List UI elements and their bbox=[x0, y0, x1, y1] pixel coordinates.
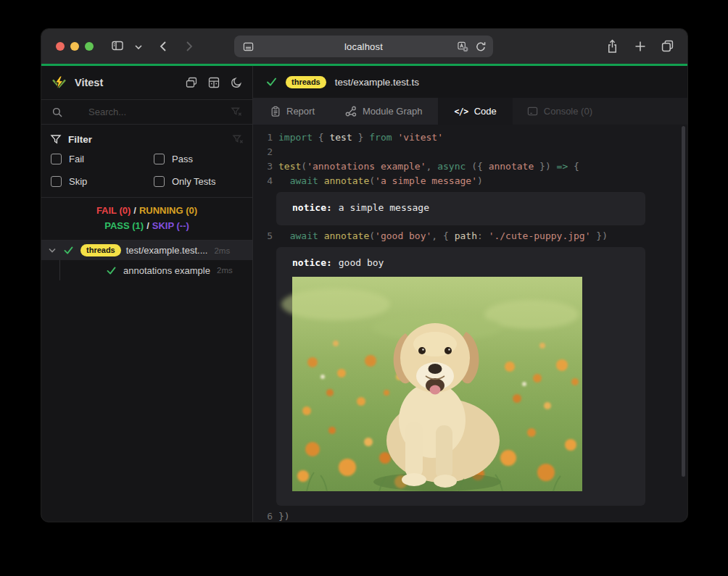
sidebar-toggle-icon[interactable] bbox=[111, 40, 124, 51]
code-token: ( bbox=[369, 229, 375, 243]
tab-console[interactable]: Console (0) bbox=[513, 98, 608, 125]
code-token bbox=[278, 229, 290, 243]
clear-filter-icon[interactable] bbox=[231, 107, 241, 117]
dark-mode-moon-icon[interactable] bbox=[231, 77, 242, 88]
code-token: test bbox=[278, 159, 301, 174]
scrollbar-thumb[interactable] bbox=[682, 126, 685, 477]
test-case-duration: 2ms bbox=[217, 266, 233, 275]
search-bar[interactable]: Search... bbox=[41, 100, 252, 125]
code-token: await bbox=[290, 229, 318, 243]
code-line: 6}) bbox=[253, 509, 687, 522]
app-title: Vitest bbox=[75, 77, 103, 88]
code-token bbox=[392, 130, 398, 145]
check-icon bbox=[64, 246, 73, 254]
fail-count: FAIL (0) bbox=[96, 205, 131, 216]
translate-icon[interactable] bbox=[458, 41, 468, 52]
only-tests-checkbox[interactable] bbox=[154, 176, 165, 187]
code-content: 1import { test } from 'vitest'23test('an… bbox=[253, 130, 687, 522]
reload-icon[interactable] bbox=[476, 41, 486, 52]
test-case-name: annotations example bbox=[123, 265, 210, 276]
code-token: './cute-puppy.jpg' bbox=[489, 229, 591, 243]
sidebar: Vitest bbox=[41, 66, 253, 522]
line-number: 6 bbox=[253, 509, 273, 522]
new-tab-icon[interactable] bbox=[634, 41, 646, 52]
code-token: }) bbox=[591, 229, 608, 243]
code-token: => bbox=[557, 159, 568, 174]
tab-report[interactable]: Report bbox=[253, 98, 329, 125]
sidebar-header: Vitest bbox=[41, 66, 252, 100]
filter-option-skip[interactable]: Skip bbox=[51, 172, 154, 190]
address-bar[interactable]: localhost bbox=[234, 36, 493, 57]
fail-checkbox[interactable] bbox=[51, 154, 62, 164]
puppy-image bbox=[292, 277, 582, 491]
code-token: : bbox=[477, 229, 489, 243]
annotation-message: good boy bbox=[339, 257, 384, 268]
code-token: 'good boy' bbox=[375, 229, 431, 243]
code-token: , bbox=[426, 159, 438, 174]
code-token: }) bbox=[278, 509, 290, 522]
code-token: 'vitest' bbox=[397, 130, 443, 145]
dashboard-icon[interactable] bbox=[208, 77, 220, 88]
code-token: ( bbox=[301, 159, 307, 174]
line-number: 3 bbox=[253, 159, 273, 174]
code-token: { bbox=[568, 159, 579, 174]
code-token bbox=[278, 174, 290, 188]
code-token bbox=[318, 174, 324, 188]
tab-module-graph[interactable]: Module Graph bbox=[329, 98, 438, 125]
code-line: 2 bbox=[253, 145, 687, 159]
code-token: import bbox=[278, 130, 313, 145]
tab-code[interactable]: </> Code bbox=[438, 98, 512, 125]
file-header: threads test/example.test.ts bbox=[253, 66, 687, 98]
line-number: 2 bbox=[253, 145, 273, 159]
filter-funnel-icon bbox=[51, 135, 61, 144]
pass-checkbox[interactable] bbox=[154, 154, 165, 164]
url-text: localhost bbox=[234, 41, 493, 52]
code-token: annotate bbox=[324, 229, 370, 243]
tab-overview-icon[interactable] bbox=[661, 40, 674, 52]
code-token bbox=[318, 229, 324, 243]
pool-badge: threads bbox=[80, 244, 121, 256]
code-token: ) bbox=[477, 174, 483, 188]
code-line: 5 await annotate('good boy', { path: './… bbox=[253, 229, 687, 243]
line-number: 1 bbox=[253, 130, 273, 145]
annotation-panel: notice:a simple message bbox=[276, 192, 645, 225]
zoom-button[interactable] bbox=[85, 42, 94, 51]
tab-bar: Report Module Graph </> Code bbox=[253, 98, 687, 125]
code-token: test bbox=[329, 130, 352, 145]
filter-option-only-tests[interactable]: Only Tests bbox=[154, 172, 243, 190]
minimize-button[interactable] bbox=[70, 42, 79, 51]
test-file-duration: 2ms bbox=[214, 246, 230, 255]
code-token: annotate bbox=[489, 159, 534, 174]
code-token: async bbox=[437, 159, 466, 174]
browser-titlebar: localhost bbox=[41, 29, 687, 64]
forward-button-icon[interactable] bbox=[184, 41, 194, 52]
code-token: ({ bbox=[466, 159, 488, 174]
back-button-icon[interactable] bbox=[158, 41, 168, 52]
windows-overlap-icon[interactable] bbox=[186, 77, 197, 88]
code-viewer: 1import { test } from 'vitest'23test('an… bbox=[253, 125, 687, 522]
pool-badge: threads bbox=[286, 76, 326, 88]
chevron-down-icon[interactable] bbox=[135, 45, 142, 49]
filter-option-pass[interactable]: Pass bbox=[154, 150, 243, 167]
test-file-row[interactable]: threads test/example.test.... 2ms bbox=[41, 241, 252, 260]
reset-filter-icon[interactable] bbox=[233, 135, 243, 144]
close-button[interactable] bbox=[56, 42, 65, 51]
code-token: }) bbox=[534, 159, 556, 174]
vitest-logo-icon bbox=[51, 75, 67, 90]
code-token: await bbox=[290, 174, 318, 188]
code-token: ( bbox=[369, 174, 375, 188]
skip-checkbox[interactable] bbox=[51, 176, 62, 187]
pass-count: PASS (1) bbox=[104, 220, 144, 231]
filter-option-fail[interactable]: Fail bbox=[51, 150, 154, 167]
tree-chevron-down-icon[interactable] bbox=[49, 248, 56, 253]
code-token: 'a simple message' bbox=[375, 174, 477, 188]
code-token: { bbox=[313, 130, 329, 145]
share-icon[interactable] bbox=[606, 39, 619, 54]
code-line: 3test('annotations example', async ({ an… bbox=[253, 159, 687, 174]
browser-window: localhost bbox=[41, 29, 687, 522]
code-token: , { bbox=[431, 229, 454, 243]
test-case-row[interactable]: annotations example 2ms bbox=[41, 260, 252, 280]
filter-section: Filter Fail Pass bbox=[41, 125, 252, 198]
file-path: test/example.test.ts bbox=[335, 77, 419, 88]
skip-count: SKIP (--) bbox=[152, 220, 189, 231]
